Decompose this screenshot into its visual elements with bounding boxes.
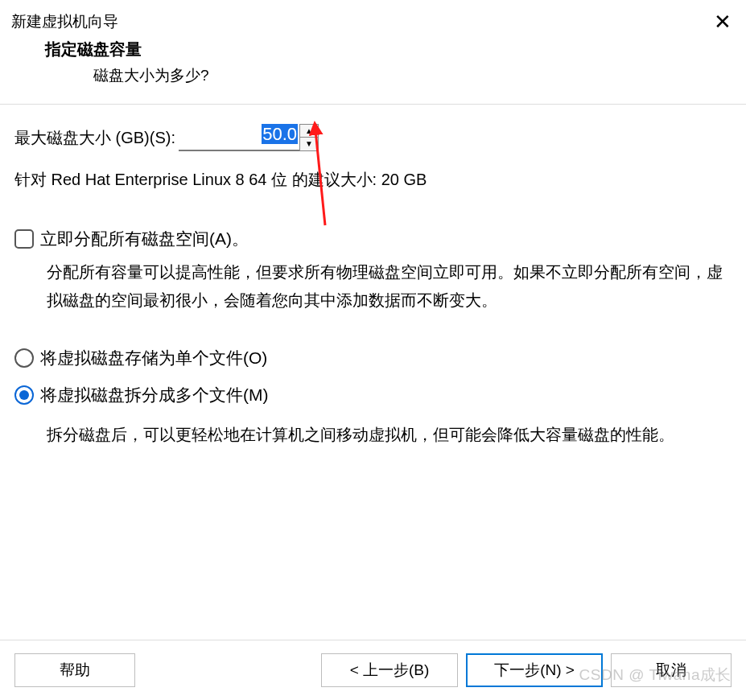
store-multi-desc: 拆分磁盘后，可以更轻松地在计算机之间移动虚拟机，但可能会降低大容量磁盘的性能。 xyxy=(14,421,732,449)
next-button[interactable]: 下一步(N) > xyxy=(466,653,603,687)
store-multi-label: 将虚拟磁盘拆分成多个文件(M) xyxy=(40,384,268,406)
back-button[interactable]: < 上一步(B) xyxy=(321,653,458,687)
recommended-size-text: 针对 Red Hat Enterprise Linux 8 64 位 的建议大小… xyxy=(14,169,732,191)
allocate-now-desc: 分配所有容量可以提高性能，但要求所有物理磁盘空间立即可用。如果不立即分配所有空间… xyxy=(14,258,732,315)
store-single-label: 将虚拟磁盘存储为单个文件(O) xyxy=(40,347,267,369)
wizard-heading: 指定磁盘容量 xyxy=(45,39,746,60)
spin-down-icon[interactable]: ▼ xyxy=(300,138,318,150)
disk-size-input[interactable]: 50.0 xyxy=(179,124,299,151)
disk-size-spinner[interactable]: 50.0 ▲ ▼ xyxy=(179,124,319,151)
close-icon[interactable]: ✕ xyxy=(711,11,735,32)
store-single-radio[interactable] xyxy=(14,348,34,368)
spin-up-icon[interactable]: ▲ xyxy=(300,125,318,138)
store-multi-radio[interactable] xyxy=(14,385,34,405)
cancel-button[interactable]: 取消 xyxy=(611,653,732,687)
allocate-now-checkbox[interactable] xyxy=(14,229,34,249)
allocate-now-label: 立即分配所有磁盘空间(A)。 xyxy=(40,228,249,250)
disk-size-label: 最大磁盘大小 (GB)(S): xyxy=(14,127,175,149)
wizard-subheading: 磁盘大小为多少? xyxy=(45,65,746,86)
window-title: 新建虚拟机向导 xyxy=(11,11,118,32)
help-button[interactable]: 帮助 xyxy=(14,653,135,687)
